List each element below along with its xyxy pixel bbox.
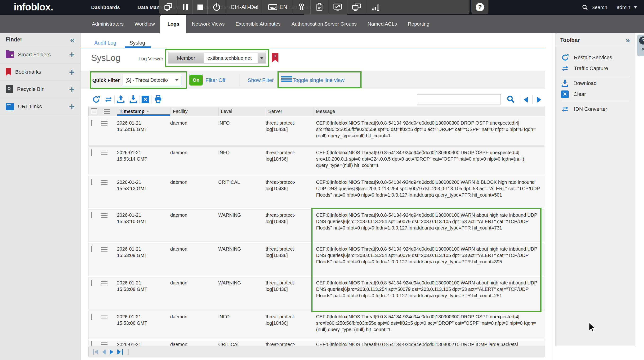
toolbar-collapse-icon[interactable]: » — [626, 36, 630, 44]
row-menu-icon[interactable] — [101, 179, 108, 186]
finder-collapse-icon[interactable]: « — [70, 36, 74, 44]
user-menu-caret-icon[interactable] — [634, 6, 637, 8]
tab-logs[interactable]: Logs — [160, 15, 186, 33]
table-row[interactable]: 2026-01-2115:53:09 GMT daemon WARNING th… — [88, 243, 545, 276]
vm-stats-button[interactable] — [366, 0, 385, 14]
row-checkbox[interactable] — [91, 212, 92, 218]
search-next-icon[interactable] — [537, 97, 541, 103]
column-header-server[interactable]: Server — [266, 107, 313, 116]
search-previous-icon[interactable] — [524, 97, 528, 103]
row-checkbox[interactable] — [91, 280, 92, 286]
row-menu-icon[interactable] — [101, 150, 108, 156]
idn-converter-button[interactable]: IDN Converter — [556, 104, 635, 115]
table-row[interactable]: 2026-01-21 daemon CRITICAL threat-protec… — [88, 340, 545, 346]
tab-named-acls[interactable]: Named ACLs — [362, 15, 402, 33]
vm-keys-button[interactable] — [292, 0, 311, 14]
row-checkbox[interactable] — [91, 341, 92, 346]
finder-item-recycle-bin[interactable]: Recycle Bin + — [0, 81, 80, 98]
add-url-link-button[interactable]: + — [69, 102, 74, 111]
column-header-level[interactable]: Level — [218, 107, 266, 116]
vm-stop-button[interactable] — [193, 0, 208, 14]
divider — [102, 95, 102, 104]
tab-workflow[interactable]: Workflow — [129, 15, 160, 33]
row-checkbox[interactable] — [91, 246, 92, 252]
table-row[interactable]: 2026-01-2115:53:12 GMT daemon CRITICAL t… — [88, 176, 545, 208]
column-header-message[interactable]: Message — [313, 107, 545, 116]
vm-help-button[interactable]: ? — [472, 0, 488, 14]
upload-button[interactable] — [116, 95, 125, 104]
table-menu-icon[interactable] — [104, 108, 110, 115]
tab-extensible-attributes[interactable]: Extensible Attributes — [230, 15, 286, 33]
row-menu-icon[interactable] — [101, 341, 108, 346]
filter-off-link[interactable]: Filter Off — [206, 77, 226, 83]
vm-clipboard-button[interactable] — [311, 0, 328, 14]
table-search-input[interactable] — [417, 94, 501, 104]
tab-syslog[interactable]: Syslog — [130, 40, 145, 46]
single-line-view-icon[interactable] — [281, 75, 290, 83]
expand-panel-icon[interactable]: « — [641, 46, 644, 52]
member-dropdown-button[interactable] — [258, 52, 266, 64]
column-header-timestamp[interactable]: Timestamp▼ — [117, 107, 170, 116]
row-menu-icon[interactable] — [101, 246, 108, 253]
vm-fit-screen-button[interactable] — [328, 0, 347, 14]
vm-multi-monitor-button[interactable] — [347, 0, 366, 14]
last-page-button[interactable] — [117, 349, 123, 354]
download-button[interactable] — [129, 95, 138, 104]
clear-button[interactable]: ✕ — [142, 96, 149, 103]
select-all-checkbox[interactable] — [91, 108, 97, 114]
filter-on-toggle[interactable]: On — [190, 74, 203, 86]
add-bookmark-ribbon-icon[interactable]: + — [272, 53, 278, 62]
restart-services-button[interactable]: Restart Services — [556, 52, 635, 63]
row-checkbox[interactable] — [91, 314, 92, 320]
tab-audit-log[interactable]: Audit Log — [94, 40, 116, 46]
download-button[interactable]: Download — [556, 78, 635, 89]
search-icon[interactable] — [582, 4, 588, 10]
quick-filter-select[interactable]: [S] - Threat Detectio — [123, 74, 181, 86]
refresh-button[interactable] — [92, 95, 100, 104]
add-smart-folder-button[interactable]: + — [69, 50, 74, 60]
print-button[interactable] — [154, 95, 162, 104]
finder-item-bookmarks[interactable]: Bookmarks + — [0, 64, 80, 81]
row-menu-icon[interactable] — [101, 314, 108, 320]
tab-administrators[interactable]: Administrators — [86, 15, 129, 33]
tab-reporting[interactable]: Reporting — [402, 15, 435, 33]
previous-page-button[interactable] — [102, 349, 106, 354]
top-nav-dashboards[interactable]: Dashboards — [91, 4, 120, 10]
table-row[interactable]: 2026-01-2115:53:14 GMT daemon INFO threa… — [88, 146, 545, 175]
tab-network-views[interactable]: Network Views — [186, 15, 230, 33]
vm-ctrl-alt-del-button[interactable]: Ctrl-Alt-Del — [226, 0, 263, 14]
vm-monitor-copy-button[interactable] — [159, 0, 178, 14]
search-label[interactable]: Search — [592, 4, 607, 10]
row-menu-icon[interactable] — [101, 120, 108, 127]
toggle-single-line-view-link[interactable]: Toggle single line view — [293, 77, 344, 83]
table-row[interactable]: 2026-01-2115:53:16 GMT daemon INFO threa… — [88, 117, 545, 146]
row-menu-icon[interactable] — [101, 212, 108, 219]
row-checkbox[interactable] — [91, 150, 92, 156]
table-row[interactable]: 2026-01-2115:53:08 GMT daemon WARNING th… — [88, 277, 545, 310]
row-checkbox[interactable] — [91, 120, 92, 126]
member-value-field[interactable]: extibns.techblue.net — [204, 52, 258, 64]
table-row[interactable]: 2026-01-2115:53:06 GMT daemon INFO threa… — [88, 310, 545, 339]
finder-item-smart-folders[interactable]: Smart Folders + — [0, 46, 80, 64]
clear-button[interactable]: ✕ Clear — [556, 89, 635, 100]
add-bookmark-button[interactable]: + — [69, 67, 74, 77]
tab-authentication-server-groups[interactable]: Authentication Server Groups — [286, 15, 362, 33]
vm-pause-button[interactable] — [178, 0, 193, 14]
user-menu[interactable]: admin — [617, 4, 630, 10]
show-filter-link[interactable]: Show Filter — [248, 77, 274, 83]
next-page-button[interactable] — [110, 349, 114, 354]
first-page-button[interactable] — [93, 349, 98, 354]
column-header-facility[interactable]: Facility — [170, 107, 218, 116]
vm-keyboard-layout-button[interactable]: EN — [263, 0, 292, 14]
member-button[interactable]: Member — [168, 52, 204, 64]
edge-help-tab[interactable]: ? « — [637, 34, 644, 56]
table-search-button[interactable] — [506, 95, 515, 104]
row-menu-icon[interactable] — [101, 280, 108, 286]
finder-item-url-links[interactable]: URL Links + — [0, 98, 80, 115]
vm-power-button[interactable] — [208, 0, 226, 14]
expand-recycle-bin-button[interactable]: + — [69, 84, 74, 94]
table-row[interactable]: 2026-01-2115:53:10 GMT daemon WARNING th… — [88, 209, 545, 242]
follow-button[interactable] — [104, 96, 113, 103]
row-checkbox[interactable] — [91, 179, 92, 185]
traffic-capture-button[interactable]: Traffic Capture — [556, 63, 635, 74]
